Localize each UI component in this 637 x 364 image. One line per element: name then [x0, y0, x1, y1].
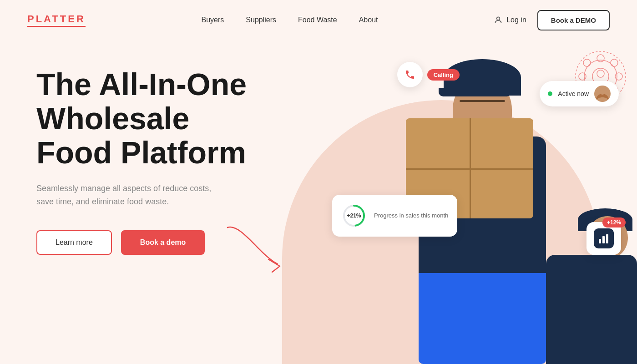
- nav-buyers[interactable]: Buyers: [202, 16, 224, 24]
- cap-brim: [439, 88, 511, 96]
- calling-card: Calling: [397, 62, 460, 87]
- phone-icon: [404, 69, 415, 80]
- svg-point-11: [611, 59, 618, 66]
- svg-point-14: [600, 89, 605, 95]
- progress-percent-text: +21%: [341, 203, 367, 228]
- book-demo-nav-button[interactable]: Book a DEMO: [537, 10, 610, 30]
- svg-rect-17: [599, 239, 601, 243]
- brand-logo[interactable]: PLATTER: [27, 13, 86, 27]
- chart-card: +12%: [586, 222, 621, 255]
- hero-image-area: Calling Active now +21%: [250, 40, 637, 364]
- calling-circle: [397, 62, 423, 87]
- hero-title: The All-In-One Wholesale Food Platform: [36, 67, 291, 169]
- svg-point-6: [615, 73, 622, 80]
- pants: [419, 273, 546, 364]
- active-indicator: [548, 91, 552, 96]
- nav-actions: Log in Book a DEMO: [494, 10, 610, 30]
- calling-badge-text: Calling: [427, 69, 460, 81]
- active-now-card: Active now: [540, 81, 619, 106]
- nav-food-waste[interactable]: Food Waste: [298, 16, 337, 24]
- user-icon: [494, 15, 503, 25]
- nav-suppliers[interactable]: Suppliers: [246, 16, 276, 24]
- learn-more-button[interactable]: Learn more: [36, 230, 112, 255]
- svg-point-0: [497, 17, 500, 20]
- user-avatar: [594, 86, 611, 102]
- hero-subtitle: Seamlessly manage all aspects of reduce …: [36, 182, 218, 208]
- progress-circle: +21%: [341, 203, 367, 228]
- hero-section: The All-In-One Wholesale Food Platform S…: [0, 40, 637, 364]
- progress-label-text: Progress in sales this month: [374, 212, 448, 220]
- book-demo-button[interactable]: Book a demo: [121, 230, 205, 255]
- login-button[interactable]: Log in: [494, 15, 526, 25]
- svg-point-4: [597, 70, 604, 77]
- bar-chart-icon: [598, 233, 610, 244]
- progress-card: +21% Progress in sales this month: [332, 195, 457, 237]
- svg-rect-18: [602, 236, 605, 243]
- svg-point-7: [597, 55, 604, 62]
- chart-badge-text: +12%: [602, 217, 626, 228]
- nav-about[interactable]: About: [359, 16, 378, 24]
- nav-links: Buyers Suppliers Food Waste About: [202, 16, 378, 24]
- arrow-decoration: [223, 218, 296, 273]
- chart-icon: [594, 228, 614, 248]
- navigation: PLATTER Buyers Suppliers Food Waste Abou…: [0, 0, 637, 40]
- active-status-text: Active now: [558, 90, 589, 97]
- svg-rect-19: [606, 234, 608, 243]
- avatar-person-icon: [596, 87, 609, 100]
